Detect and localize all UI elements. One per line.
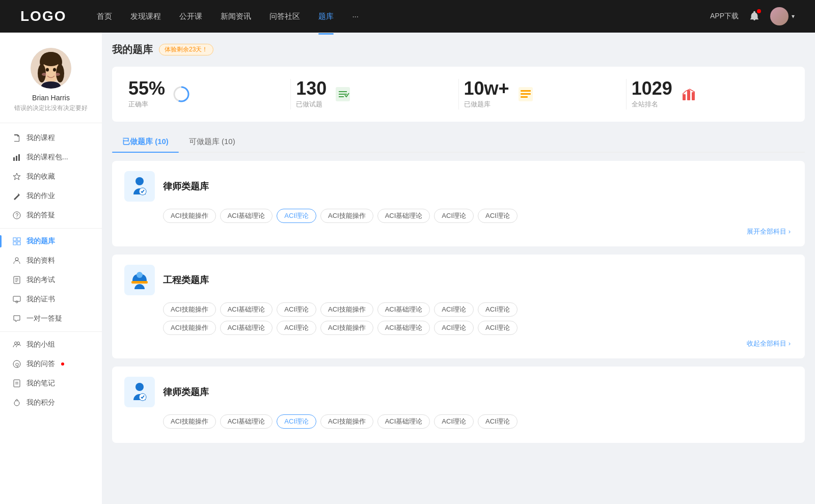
sidebar-item-group[interactable]: 我的小组: [0, 335, 102, 354]
svg-rect-15: [13, 238, 16, 241]
sidebar-item-favorites[interactable]: 我的收藏: [0, 167, 102, 186]
chevron-down-icon: ▾: [792, 13, 795, 20]
nav-qa[interactable]: 问答社区: [269, 10, 300, 23]
sidebar-item-exam[interactable]: 我的考试: [0, 270, 102, 290]
page-title: 我的题库: [112, 43, 153, 57]
nav-question-bank[interactable]: 题库: [318, 10, 334, 23]
trial-badge: 体验剩余23天！: [159, 44, 213, 55]
header-right: APP下载 ▾: [710, 7, 795, 25]
nav-open-course[interactable]: 公开课: [179, 10, 202, 23]
stat-divider-3: [626, 79, 627, 109]
tag-eng-1[interactable]: ACI基础理论: [220, 302, 273, 317]
sidebar-item-one-on-one[interactable]: 一对一答疑: [0, 309, 102, 328]
tab-available[interactable]: 可做题库 (10): [179, 132, 246, 152]
sidebar-divider-1: [0, 228, 102, 229]
star-icon: [12, 172, 21, 181]
sidebar-divider-2: [0, 331, 102, 332]
tag-eng-5[interactable]: ACI理论: [434, 302, 474, 317]
sidebar-item-cert[interactable]: 我的证书: [0, 290, 102, 309]
tag-lawyer-2-1[interactable]: ACI基础理论: [220, 414, 273, 429]
tabs: 已做题库 (10) 可做题库 (10): [112, 132, 805, 153]
main-nav: 首页 发现课程 公开课 新闻资讯 问答社区 题库 ···: [97, 10, 710, 23]
nav-news[interactable]: 新闻资讯: [221, 10, 251, 23]
tag-lawyer-1-1[interactable]: ACI基础理论: [220, 209, 273, 223]
stat-done-banks-value: 10w+: [464, 79, 509, 98]
tag-eng-0[interactable]: ACI技能操作: [163, 302, 216, 317]
user-avatar-wrapper[interactable]: ▾: [770, 7, 795, 25]
tag-lawyer-1-6[interactable]: ACI理论: [478, 209, 518, 223]
sidebar-item-homework[interactable]: 我的作业: [0, 186, 102, 206]
tag-lawyer-2-2[interactable]: ACI理论: [277, 414, 316, 429]
tag-lawyer-2-4[interactable]: ACI基础理论: [377, 414, 430, 429]
svg-point-48: [135, 177, 144, 185]
svg-rect-50: [131, 281, 148, 284]
page-header: 我的题库 体验剩余23天！: [112, 43, 805, 57]
svg-point-26: [15, 342, 17, 345]
tag-eng-r2-6[interactable]: ACI理论: [478, 321, 518, 335]
tag-eng-2[interactable]: ACI理论: [277, 302, 316, 317]
svg-point-52: [135, 383, 144, 391]
svg-rect-16: [17, 238, 20, 241]
stat-rank-label: 全站排名: [632, 100, 672, 109]
sidebar-item-course-package[interactable]: 我的课程包...: [0, 148, 102, 167]
tag-lawyer-1-5[interactable]: ACI理论: [434, 209, 474, 223]
sidebar-item-profile[interactable]: 我的资料: [0, 251, 102, 270]
doc-icon: [12, 275, 21, 285]
tag-lawyer-1-2[interactable]: ACI理论: [277, 209, 316, 223]
stats-card: 55% 正确率 130 已做试题: [112, 67, 805, 122]
tag-eng-6[interactable]: ACI理论: [478, 302, 518, 317]
sidebar-item-question-bank[interactable]: 我的题库: [0, 232, 102, 251]
profile-section: Brian Harris 错误的决定比没有决定要好: [0, 48, 102, 123]
stat-done-questions: 130 已做试题: [296, 79, 453, 109]
svg-rect-11: [16, 156, 17, 161]
logo[interactable]: LOGO: [20, 8, 66, 24]
bank-icon-lawyer-1: [124, 171, 155, 202]
profile-motto: 错误的决定比没有决定要好: [10, 104, 92, 113]
stat-divider-1: [290, 79, 291, 109]
tag-eng-r2-3[interactable]: ACI技能操作: [320, 321, 373, 335]
nav-discover[interactable]: 发现课程: [130, 10, 161, 23]
app-download-button[interactable]: APP下载: [710, 12, 739, 21]
profile-avatar-svg: [31, 48, 71, 89]
collapse-link-engineer[interactable]: 收起全部科目 ›: [124, 339, 793, 348]
tag-eng-r2-4[interactable]: ACI基础理论: [377, 321, 430, 335]
sidebar-item-course[interactable]: 我的课程: [0, 128, 102, 148]
qa-red-dot: [61, 362, 64, 366]
bank-card-lawyer-1: 律师类题库 ACI技能操作 ACI基础理论 ACI理论 ACI技能操作 ACI基…: [112, 161, 805, 246]
profile-name: Brian Harris: [10, 94, 92, 102]
nav-home[interactable]: 首页: [97, 10, 112, 23]
tag-lawyer-1-0[interactable]: ACI技能操作: [163, 209, 216, 223]
tag-eng-r2-2[interactable]: ACI理论: [277, 321, 316, 335]
tag-lawyer-2-3[interactable]: ACI技能操作: [320, 414, 373, 429]
tag-lawyer-2-0[interactable]: ACI技能操作: [163, 414, 216, 429]
tag-eng-3[interactable]: ACI技能操作: [320, 302, 373, 317]
tag-eng-r2-1[interactable]: ACI基础理论: [220, 321, 273, 335]
tag-lawyer-2-5[interactable]: ACI理论: [434, 414, 474, 429]
sidebar-item-qa[interactable]: ? 我的答疑: [0, 206, 102, 225]
tag-eng-4[interactable]: ACI基础理论: [377, 302, 430, 317]
expand-link-lawyer-1[interactable]: 展开全部科目 ›: [124, 227, 793, 236]
person-icon: [12, 256, 21, 265]
tag-lawyer-1-4[interactable]: ACI基础理论: [377, 209, 430, 223]
svg-point-5: [41, 52, 61, 66]
tags-row-lawyer-2: ACI技能操作 ACI基础理论 ACI理论 ACI技能操作 ACI基础理论 AC…: [124, 414, 793, 429]
tag-lawyer-2-6[interactable]: ACI理论: [478, 414, 518, 429]
sidebar-item-notes[interactable]: 我的笔记: [0, 374, 102, 393]
sidebar-item-points[interactable]: 我的积分: [0, 393, 102, 412]
grid-icon: [12, 237, 21, 246]
nav-more[interactable]: ···: [352, 10, 359, 23]
tag-lawyer-1-3[interactable]: ACI技能操作: [320, 209, 373, 223]
svg-rect-47: [692, 92, 695, 100]
tag-eng-r2-5[interactable]: ACI理论: [434, 321, 474, 335]
group-icon: [12, 340, 21, 349]
svg-point-7: [53, 68, 56, 72]
medal-icon: [12, 398, 21, 407]
chat-icon: [12, 314, 21, 323]
tag-eng-r2-0[interactable]: ACI技能操作: [163, 321, 216, 335]
svg-rect-45: [683, 94, 686, 100]
stat-accuracy-value: 55%: [128, 79, 165, 98]
tab-done[interactable]: 已做题库 (10): [112, 132, 179, 152]
sidebar-item-my-qa[interactable]: Q 我的问答: [0, 354, 102, 374]
file-icon: [12, 133, 21, 143]
notification-bell[interactable]: [749, 10, 760, 23]
